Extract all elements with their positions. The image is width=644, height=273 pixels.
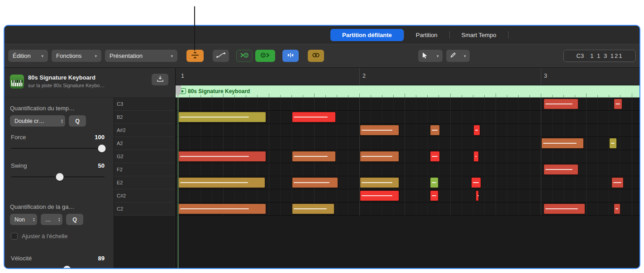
collapse-mode-button[interactable] <box>186 50 204 62</box>
grid-line <box>586 98 587 216</box>
slider-knob[interactable] <box>63 266 71 268</box>
strength-slider[interactable] <box>11 145 105 152</box>
presentation-menu-button[interactable]: Présentation ▾ <box>105 50 177 62</box>
midi-note-E2[interactable] <box>360 177 399 188</box>
region-tick <box>632 94 632 97</box>
grid-line <box>541 98 541 216</box>
midi-in-button[interactable] <box>236 50 253 62</box>
lane-label-E2: E2 <box>114 176 175 189</box>
fonctions-menu-button[interactable]: Fonctions ▾ <box>52 50 101 62</box>
grid-line <box>496 98 496 216</box>
grid-line <box>427 98 428 216</box>
midi-note-B2[interactable] <box>292 112 336 122</box>
pencil-tool-button[interactable]: ▾ <box>446 50 470 62</box>
midi-note-G2[interactable] <box>430 151 440 162</box>
link-mode-button[interactable] <box>308 50 324 62</box>
region-title: 80s Signature Keyboard <box>28 74 95 81</box>
midi-note-G2[interactable] <box>473 151 479 162</box>
chevron-down-icon: ▾ <box>464 54 466 58</box>
piano-roll-area: 123 80s Signature Keyboard <box>175 68 639 268</box>
midi-note-C2[interactable] <box>178 203 266 214</box>
fit-to-scale-checkbox[interactable] <box>11 233 18 240</box>
midi-note-C2[interactable] <box>544 203 585 214</box>
scale-root-popup[interactable]: Non ▴▾ <box>10 214 37 225</box>
tab-partition-defilante[interactable]: Partition défilante <box>330 29 404 41</box>
region-subtitle: sur la piste 80s Signature Keybo… <box>28 83 105 88</box>
chevron-down-icon: ▾ <box>95 54 97 58</box>
pointer-tool-button[interactable]: ▾ <box>418 50 443 62</box>
slider-knob[interactable] <box>56 173 63 181</box>
time-quantize-popup[interactable]: Double cr… ▴▾ <box>10 115 65 127</box>
midi-note-As2[interactable] <box>360 125 399 136</box>
midi-note-As2[interactable] <box>473 125 480 136</box>
scale-type-popup[interactable]: … ▴▾ <box>41 214 62 225</box>
edition-menu-button[interactable]: Édition ▾ <box>8 50 48 62</box>
callout-line <box>194 6 195 51</box>
bar-ruler[interactable]: 123 <box>176 68 639 85</box>
midi-note-C3[interactable] <box>544 99 578 109</box>
midi-note-B2[interactable] <box>178 112 266 122</box>
midi-note-G2[interactable] <box>178 151 266 162</box>
midi-note-C2[interactable] <box>292 203 334 214</box>
midi-note-G2[interactable] <box>360 151 399 162</box>
slider-knob[interactable] <box>98 145 105 152</box>
swing-slider[interactable] <box>11 173 105 181</box>
midi-note-E2[interactable] <box>178 177 265 188</box>
midi-note-As2[interactable] <box>430 125 440 136</box>
scale-quantize-apply-button[interactable]: Q <box>66 214 83 225</box>
tab-smart-tempo[interactable]: Smart Tempo <box>450 29 508 41</box>
region-info-header: 80s Signature Keyboard sur la piste 80s … <box>5 68 175 98</box>
region-tick <box>212 95 212 97</box>
midi-note-E2[interactable] <box>292 177 338 188</box>
midi-note-A2[interactable] <box>609 138 617 149</box>
midi-draw-button[interactable] <box>213 50 229 62</box>
grid-line <box>280 98 281 216</box>
lane-row <box>176 189 639 202</box>
strength-value: 100 <box>95 134 105 141</box>
editor-content: 80s Signature Keyboard sur la piste 80s … <box>5 68 639 268</box>
time-quantize-apply-button[interactable]: Q <box>69 115 86 127</box>
fit-to-scale-label: Ajuster à l'échelle <box>22 233 67 240</box>
bar-number-3: 3 <box>544 73 547 79</box>
midi-note-A2[interactable] <box>541 138 584 149</box>
midi-note-E2[interactable] <box>611 177 624 188</box>
download-into-tray-icon <box>157 75 164 84</box>
velocity-slider[interactable] <box>11 266 105 268</box>
midi-note-Cs2[interactable] <box>476 190 479 201</box>
grid-line <box>484 98 485 216</box>
catch-playhead-button[interactable] <box>282 50 299 62</box>
midi-note-E2[interactable] <box>471 177 481 188</box>
tab-partition[interactable]: Partition <box>404 29 449 41</box>
playhead-line[interactable] <box>178 98 178 268</box>
midi-in-icon <box>240 52 249 60</box>
grid-line <box>337 98 337 216</box>
editor-tabs-bar: Partition défilante Partition Smart Temp… <box>5 26 639 44</box>
fonctions-menu-label: Fonctions <box>56 52 81 59</box>
midi-note-Cs2[interactable] <box>360 190 399 201</box>
midi-note-F2[interactable] <box>544 164 578 175</box>
midi-note-G2[interactable] <box>292 151 336 162</box>
note-grid[interactable] <box>176 98 639 268</box>
region-tick <box>291 95 292 97</box>
region-tick <box>189 95 190 97</box>
editor-tab-group: Partition défilante Partition Smart Temp… <box>330 28 509 41</box>
region-tick <box>257 95 258 97</box>
midi-step-input-button[interactable] <box>255 50 275 62</box>
midi-note-Cs2[interactable] <box>430 190 439 201</box>
apply-to-track-button[interactable] <box>152 74 168 85</box>
grid-line <box>632 98 632 216</box>
region-tick <box>439 95 439 97</box>
midi-note-C3[interactable] <box>614 99 622 109</box>
region-tick <box>371 95 371 97</box>
velocity-label: Vélocité <box>11 255 32 262</box>
midi-note-E2[interactable] <box>430 177 439 188</box>
region-header[interactable]: 80s Signature Keyboard <box>176 85 639 98</box>
note-velocity-line <box>477 195 479 196</box>
screenshot-canvas: Partition défilante Partition Smart Temp… <box>0 0 644 273</box>
time-quantize-value: Double cr… <box>14 118 44 124</box>
left-panel: 80s Signature Keyboard sur la piste 80s … <box>5 68 175 268</box>
region-tick <box>496 94 496 97</box>
midi-note-C2[interactable] <box>614 203 620 214</box>
region-tick <box>382 95 382 97</box>
note-velocity-line <box>432 182 436 183</box>
